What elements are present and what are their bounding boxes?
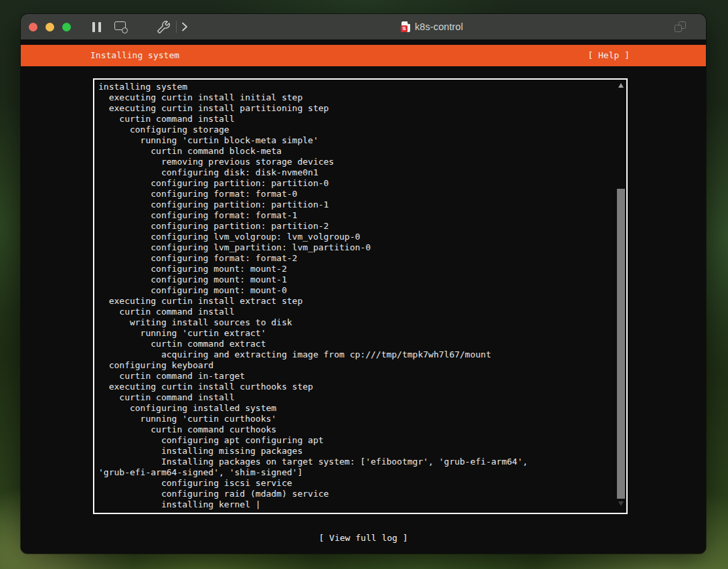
window-title: k8s-control [415, 21, 463, 32]
log-line: acquiring and extracting image from cp:/… [98, 349, 626, 360]
log-line: installing system [98, 82, 626, 92]
scroll-up-icon[interactable] [618, 83, 624, 88]
log-line: configuring lvm_volgroup: lvm_volgroup-0 [98, 232, 626, 242]
view-full-log-button[interactable]: [ View full log ] [21, 533, 706, 544]
settings-button[interactable] [157, 14, 170, 39]
display-icon [114, 21, 128, 32]
log-line: curtin command block-meta [98, 146, 626, 157]
log-line: curtin command install [98, 392, 626, 403]
log-line: running 'curtin block-meta simple' [98, 135, 626, 146]
log-line: curtin command install [98, 114, 626, 125]
display-button[interactable] [101, 14, 128, 39]
log-line: curtin command curthooks [98, 424, 626, 435]
log-line: executing curtin install partitioning st… [98, 103, 626, 114]
installer-title: Installing system [90, 50, 179, 61]
tab-overview-button[interactable] [674, 21, 686, 32]
log-line: running 'curtin curthooks' [98, 414, 626, 424]
log-scrollbar[interactable] [617, 80, 625, 513]
titlebar: S k8s-control [21, 14, 706, 39]
log-line: configuring raid (mdadm) service [98, 489, 626, 499]
log-line: configuring format: format-2 [98, 253, 626, 264]
log-line: 'grub-efi-arm64-signed', 'shim-signed'] [98, 467, 626, 478]
install-log-box[interactable]: installing system executing curtin insta… [93, 78, 628, 514]
installer-header: Installing system [ Help ] [21, 45, 706, 66]
log-line: running 'curtin extract' [98, 328, 626, 339]
log-line: curtin command in-target [98, 371, 626, 382]
log-line: configuring partition: partition-2 [98, 221, 626, 232]
close-button[interactable] [29, 23, 37, 31]
log-line: configuring disk: disk-nvme0n1 [98, 167, 626, 178]
log-line: configuring keyboard [98, 360, 626, 371]
log-line: executing curtin install curthooks step [98, 382, 626, 392]
log-line: Installing packages on target system: ['… [98, 457, 626, 467]
log-line: writing install sources to disk [98, 317, 626, 328]
log-line: curtin command install [98, 307, 626, 317]
log-line: installing kernel | [98, 499, 626, 510]
log-lines: installing system executing curtin insta… [94, 80, 626, 510]
log-line: configuring mount: mount-2 [98, 264, 626, 274]
scrollbar-thumb[interactable] [617, 189, 625, 499]
log-line: executing curtin install initial step [98, 92, 626, 103]
vm-window: S k8s-control Installing system [ Help ]… [21, 14, 706, 554]
toolbar-separator [176, 21, 177, 33]
traffic-lights [21, 23, 71, 31]
log-line: removing previous storage devices [98, 157, 626, 167]
log-line: configuring storage [98, 125, 626, 135]
log-line: configuring mount: mount-0 [98, 285, 626, 296]
log-line: configuring format: format-0 [98, 189, 626, 199]
log-line: configuring format: format-1 [98, 210, 626, 221]
log-line: installing missing packages [98, 446, 626, 457]
expand-toolbar-button[interactable] [179, 14, 190, 39]
pause-button[interactable] [92, 14, 101, 39]
log-line: curtin command extract [98, 339, 626, 349]
log-line: configuring installed system [98, 403, 626, 414]
log-line: configuring partition: partition-1 [98, 199, 626, 210]
log-line: configuring partition: partition-0 [98, 178, 626, 189]
wrench-icon [157, 21, 170, 33]
terminal-screen: Installing system [ Help ] installing sy… [21, 39, 706, 554]
vm-document-icon: S [401, 21, 410, 32]
scroll-down-icon[interactable] [618, 501, 624, 506]
log-line: configuring iscsi service [98, 478, 626, 489]
help-button[interactable]: [ Help ] [587, 50, 630, 61]
zoom-button[interactable] [62, 23, 71, 31]
log-line: configuring apt configuring apt [98, 435, 626, 446]
log-line: configuring mount: mount-1 [98, 274, 626, 285]
chevron-right-icon [179, 21, 190, 32]
log-line: configuring lvm_partition: lvm_partition… [98, 242, 626, 253]
window-title-group: S k8s-control [401, 14, 463, 39]
pause-icon [92, 22, 101, 32]
minimize-button[interactable] [46, 23, 54, 31]
log-line: executing curtin install extract step [98, 296, 626, 307]
